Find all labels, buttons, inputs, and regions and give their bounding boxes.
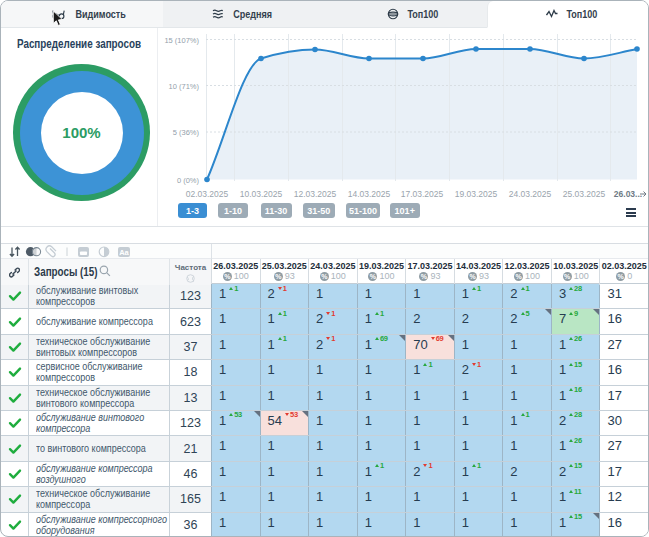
svg-text:14.03.2025: 14.03.2025	[348, 189, 391, 199]
svg-text:5 (36%): 5 (36%)	[173, 128, 200, 137]
svg-text:Aa: Aa	[119, 248, 129, 257]
svg-text:26.03...: 26.03...	[614, 189, 642, 199]
svg-text:0 (0%): 0 (0%)	[177, 176, 200, 185]
svg-text:15 (107%): 15 (107%)	[164, 36, 199, 45]
svg-text:24.03.2025: 24.03.2025	[509, 189, 552, 199]
svg-text:10 (71%): 10 (71%)	[169, 82, 200, 91]
svg-text:19.03.2025: 19.03.2025	[455, 189, 498, 199]
svg-text:02.03.2025: 02.03.2025	[186, 189, 229, 199]
svg-text:10.03.2025: 10.03.2025	[240, 189, 283, 199]
svg-text:17.03.2025: 17.03.2025	[401, 189, 444, 199]
svg-text:12.03.2025: 12.03.2025	[294, 189, 337, 199]
svg-text:25.03.2025: 25.03.2025	[563, 189, 606, 199]
